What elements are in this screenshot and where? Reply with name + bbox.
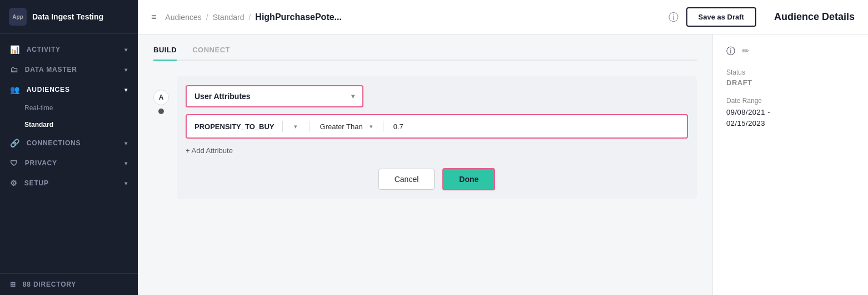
tab-connect[interactable]: CONNECT	[192, 46, 230, 61]
node-label: A	[153, 90, 169, 105]
attribute-condition-row: PROPENSITY_TO_BUY ▾ Greater Than ▾ 0.7	[186, 114, 688, 139]
attribute-value: 0.7	[393, 122, 679, 131]
chevron-down-icon: ▾	[124, 87, 128, 93]
info-icon[interactable]: ⓘ	[726, 46, 735, 57]
sidebar-item-label: Setup	[24, 179, 49, 187]
right-panel: ⓘ ✏ Status DRAFT Date Range 09/08/2021 -…	[712, 35, 868, 295]
edit-icon[interactable]: ✏	[742, 46, 749, 57]
content-area: BUILD CONNECT A User Attr	[138, 35, 868, 295]
operator-chevron-icon: ▾	[370, 123, 373, 130]
user-attributes-select[interactable]: User Attributes ▾	[186, 85, 363, 107]
divider	[282, 121, 283, 132]
main: ≡ Audiences / Standard / HighPurchasePot…	[138, 0, 868, 295]
breadcrumb-current: HighPurchasePote...	[255, 12, 342, 22]
builder-tabs: BUILD CONNECT	[153, 46, 697, 61]
chevron-down-icon: ▾	[124, 180, 128, 186]
connections-icon: 🔗	[10, 139, 20, 148]
done-button[interactable]: Done	[442, 168, 495, 190]
topbar: ≡ Audiences / Standard / HighPurchasePot…	[138, 0, 868, 35]
breadcrumb-separator: /	[206, 13, 208, 22]
sidebar-item-data-master[interactable]: 🗂 Data Master ▾	[0, 60, 138, 80]
date-range-label: Date Range	[726, 97, 855, 105]
sidebar-item-setup[interactable]: ⚙ Setup ▾	[0, 173, 138, 193]
activity-icon: 📊	[10, 45, 20, 54]
condition-block: User Attributes ▾ PROPENSITY_TO_BUY ▾	[177, 76, 697, 199]
help-icon[interactable]: ⓘ	[669, 11, 679, 24]
status-label: Status	[726, 68, 855, 76]
sidebar-item-label: Connections	[27, 139, 81, 147]
chevron-down-icon: ▾	[294, 123, 297, 130]
chevron-down-icon: ▾	[124, 47, 128, 53]
sidebar-item-audiences[interactable]: 👥 Audiences ▾	[0, 80, 138, 100]
breadcrumb-standard[interactable]: Standard	[213, 13, 245, 22]
setup-icon: ⚙	[10, 179, 18, 188]
user-attributes-row: User Attributes ▾	[186, 85, 688, 107]
sidebar-sub-realtime[interactable]: Real-time	[0, 100, 138, 116]
breadcrumb-separator-2: /	[248, 13, 251, 22]
status-row: Status DRAFT	[726, 68, 855, 87]
attribute-operator: Greater Than	[320, 122, 363, 131]
topbar-actions: ⓘ Save as Draft	[669, 7, 756, 27]
directory-icon: ⊞	[10, 281, 16, 288]
sidebar-title: Data Ingest Testing	[32, 12, 103, 21]
sidebar-item-label: Privacy	[25, 159, 57, 167]
user-attributes-label: User Attributes	[194, 92, 251, 101]
date-range-row: Date Range 09/08/2021 -02/15/2023	[726, 97, 855, 129]
privacy-icon: 🛡	[10, 159, 18, 168]
add-attribute-button[interactable]: + Add Attribute	[186, 146, 688, 155]
date-range-value: 09/08/2021 -02/15/2023	[726, 107, 855, 129]
status-value: DRAFT	[726, 78, 855, 87]
sidebar-item-label: Audiences	[27, 86, 70, 94]
attribute-name-dropdown[interactable]: ▾	[291, 123, 300, 130]
op-separator-2	[383, 121, 383, 132]
data-master-icon: 🗂	[10, 65, 18, 74]
menu-icon[interactable]: ≡	[151, 12, 156, 22]
sidebar-header: App Data Ingest Testing	[0, 0, 138, 34]
audience-details-title: Audience Details	[774, 11, 855, 23]
chevron-down-icon: ▾	[124, 160, 128, 166]
cancel-button[interactable]: Cancel	[378, 169, 435, 190]
node-dot	[158, 109, 164, 114]
sidebar-item-connections[interactable]: 🔗 Connections ▾	[0, 133, 138, 153]
add-attribute-label: + Add Attribute	[186, 146, 233, 155]
sidebar-item-privacy[interactable]: 🛡 Privacy ▾	[0, 153, 138, 173]
action-row: Cancel Done	[186, 168, 688, 190]
sidebar-sub-standard[interactable]: Standard	[0, 116, 138, 133]
op-separator	[310, 121, 310, 132]
sidebar-item-activity[interactable]: 📊 Activity ▾	[0, 40, 138, 60]
attribute-name: PROPENSITY_TO_BUY	[194, 122, 275, 131]
chevron-down-icon: ▾	[351, 92, 355, 100]
app-icon: App	[9, 8, 27, 26]
breadcrumb-audiences[interactable]: Audiences	[165, 13, 201, 22]
audiences-icon: 👥	[10, 85, 20, 94]
breadcrumb: Audiences / Standard / HighPurchasePote.…	[165, 12, 342, 22]
sidebar: App Data Ingest Testing 📊 Activity ▾ 🗂 D…	[0, 0, 138, 295]
tab-build[interactable]: BUILD	[153, 46, 177, 61]
panel-icons: ⓘ ✏	[726, 46, 855, 57]
chevron-down-icon: ▾	[124, 67, 128, 73]
sidebar-item-directory[interactable]: ⊞ 88 Directory	[0, 273, 138, 295]
save-draft-button[interactable]: Save as Draft	[686, 7, 756, 27]
builder-panel: BUILD CONNECT A User Attr	[138, 35, 712, 295]
sidebar-nav: 📊 Activity ▾ 🗂 Data Master ▾ 👥 Audiences…	[0, 34, 138, 273]
sidebar-item-label: Data Master	[25, 66, 77, 73]
sidebar-item-label: Activity	[27, 46, 61, 53]
chevron-down-icon: ▾	[124, 140, 128, 146]
